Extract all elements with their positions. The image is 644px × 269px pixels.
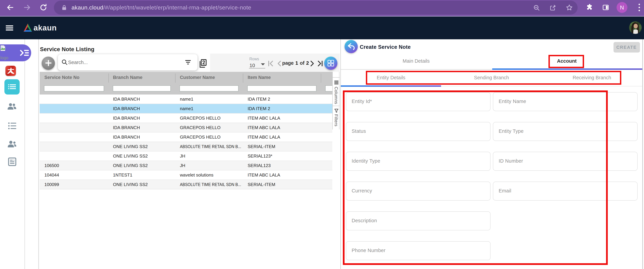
rows-label: Rows bbox=[249, 57, 259, 61]
filter-list-icon[interactable] bbox=[185, 60, 191, 64]
column-filter-input[interactable] bbox=[44, 85, 104, 92]
column-header[interactable] bbox=[326, 72, 332, 82]
column-filter-input[interactable] bbox=[247, 85, 316, 92]
plus-icon bbox=[44, 59, 52, 67]
sidebar-logo-alt-text: logo bbox=[0, 56, 8, 60]
column-header[interactable]: Branch Name bbox=[113, 72, 175, 82]
table-row[interactable]: ONE LIVING SS2JHSERIAL123* bbox=[40, 151, 332, 161]
table-row[interactable]: 106500ONE LIVING SS2JHSERIAL123 bbox=[40, 161, 332, 170]
column-filter-input[interactable] bbox=[180, 85, 238, 92]
filters-funnel-icon bbox=[334, 108, 338, 113]
table-cell: ONE LIVING SS2 bbox=[113, 161, 178, 170]
search-box[interactable]: Search... bbox=[58, 54, 198, 70]
brand-name[interactable]: akaun bbox=[34, 16, 57, 38]
table-cell: SERIAL-ITEM bbox=[248, 180, 323, 189]
table-row[interactable]: 100099ONE LIVING SS2ABSOLUTE TIME RETAIL… bbox=[40, 180, 332, 189]
browser-menu-dots-icon[interactable] bbox=[635, 3, 643, 12]
table-cell: name1 bbox=[180, 104, 246, 113]
address-bar[interactable]: akaun.cloud/#/applet/tnt/wavelet/erp/int… bbox=[54, 1, 578, 14]
column-header[interactable]: Item Name bbox=[248, 72, 321, 82]
sidebar-logo-pill[interactable]: logo bbox=[0, 44, 31, 61]
bookmark-star-icon[interactable] bbox=[566, 4, 573, 12]
hamburger-menu-icon[interactable] bbox=[6, 25, 13, 30]
zoom-out-icon[interactable] bbox=[533, 4, 540, 12]
back-button[interactable] bbox=[344, 40, 358, 53]
applet-grid-button[interactable] bbox=[324, 56, 338, 70]
user-avatar[interactable] bbox=[629, 21, 642, 34]
page-content: logo bbox=[0, 39, 644, 269]
annotation-box-fields bbox=[343, 90, 608, 265]
table-cell bbox=[44, 123, 111, 132]
table-row[interactable]: IDA BRANCHGRACEPOS HELLOITEM ABC LALA bbox=[40, 123, 332, 132]
main-tabline bbox=[341, 69, 492, 70]
table-cell: SERIAL-ITEM bbox=[248, 142, 323, 151]
screen: akaun.cloud/#/applet/tnt/wavelet/erp/int… bbox=[0, 0, 644, 269]
columns-tab-label: Columns bbox=[334, 86, 338, 104]
prev-page-icon[interactable] bbox=[277, 60, 281, 66]
side-panel-icon[interactable] bbox=[602, 4, 610, 11]
browser-back-icon[interactable] bbox=[6, 4, 14, 12]
browser-reload-icon[interactable] bbox=[39, 4, 48, 12]
sidebar-item-red-app[interactable] bbox=[5, 66, 16, 76]
last-page-icon[interactable] bbox=[318, 60, 323, 66]
first-page-icon[interactable] bbox=[268, 60, 274, 66]
red-app-glyph-icon bbox=[6, 66, 15, 75]
sidebar-divider bbox=[24, 39, 25, 269]
next-page-icon[interactable] bbox=[310, 60, 314, 66]
pagination-text: page 1 of 2 bbox=[282, 60, 309, 66]
table-row[interactable]: ONE LIVING SS2ABSOLUTE TIME RETAIL SDN B… bbox=[40, 142, 332, 151]
table-cell bbox=[44, 142, 111, 151]
browser-profile-avatar[interactable]: N bbox=[616, 2, 628, 13]
browser-forward-icon[interactable] bbox=[23, 4, 31, 12]
columns-tab[interactable]: Columns bbox=[333, 77, 340, 106]
search-placeholder: Search... bbox=[68, 54, 88, 70]
sidebar-item-form-icon[interactable] bbox=[8, 157, 16, 166]
table-side-strip: Columns Filters bbox=[332, 72, 340, 130]
sidebar-collapse-icon[interactable] bbox=[20, 49, 29, 56]
table-cell: ONE LIVING SS2 bbox=[113, 180, 178, 189]
table-row[interactable]: IDA BRANCHGRACEPOS HELLOITEM ABC LALA bbox=[40, 132, 332, 142]
filters-tab[interactable]: Filters bbox=[333, 106, 340, 130]
left-panel-divider bbox=[38, 39, 39, 269]
sub-tab-active-underline bbox=[341, 85, 441, 86]
tab-main-details[interactable]: Main Details bbox=[341, 58, 492, 66]
create-button[interactable]: CREATE bbox=[613, 42, 640, 52]
detail-title: Create Service Note bbox=[360, 44, 411, 50]
annotation-box-sub-tabs bbox=[366, 71, 621, 85]
rows-select-caret-icon[interactable] bbox=[261, 63, 265, 65]
table-cell bbox=[44, 151, 111, 161]
table-row[interactable]: 1040441NTEST1wavelet solutionsITEM ABC L… bbox=[40, 170, 332, 180]
list-icon bbox=[8, 84, 16, 89]
duplicate-view-icon[interactable] bbox=[199, 59, 207, 68]
sidebar-item-listing-active[interactable] bbox=[4, 79, 20, 94]
table-row[interactable]: IDA BRANCHGRACEPOS HELLOITEM ABC LALA bbox=[40, 113, 332, 123]
filters-tab-label: Filters bbox=[334, 114, 338, 126]
table-cell: ONE LIVING SS2 bbox=[113, 151, 178, 161]
annotation-box-account-tab bbox=[548, 55, 584, 68]
table-cell: IDA BRANCH bbox=[113, 94, 178, 104]
table-cell: SERIAL123 bbox=[248, 161, 323, 170]
add-button[interactable] bbox=[42, 56, 55, 70]
broken-image-icon bbox=[0, 45, 6, 51]
extensions-puzzle-icon[interactable] bbox=[586, 4, 593, 11]
right-edge-line bbox=[642, 39, 643, 269]
column-header[interactable]: Service Note No bbox=[44, 72, 108, 82]
table-cell bbox=[44, 132, 111, 142]
table-cell: ITEM ABC LALA bbox=[248, 123, 323, 132]
column-filter-input[interactable] bbox=[113, 85, 171, 92]
table-row[interactable]: IDA BRANCHname1IDA ITEM 2 bbox=[40, 94, 332, 104]
sidebar-item-person-group-icon[interactable] bbox=[7, 140, 16, 148]
url-domain: akaun.cloud bbox=[72, 4, 103, 11]
rows-per-page-select[interactable]: 10 bbox=[250, 62, 255, 68]
sidebar-item-people-icon[interactable] bbox=[7, 102, 16, 110]
table-cell: ITEM ABC LALA bbox=[248, 132, 323, 142]
table-row[interactable]: IDA BRANCHname1IDA ITEM 2 bbox=[40, 104, 332, 113]
sidebar-item-bullet-list-icon[interactable] bbox=[8, 122, 16, 129]
table-cell: ITEM ABC LALA bbox=[248, 113, 323, 123]
table-cell: ITEM ABC LALA bbox=[248, 170, 323, 180]
share-icon[interactable] bbox=[549, 4, 556, 12]
column-filter-input[interactable] bbox=[325, 85, 332, 92]
table-cell: wavelet solutions bbox=[180, 170, 246, 180]
grid-squares-icon bbox=[328, 60, 334, 66]
column-header[interactable]: Customer Name bbox=[180, 72, 243, 82]
